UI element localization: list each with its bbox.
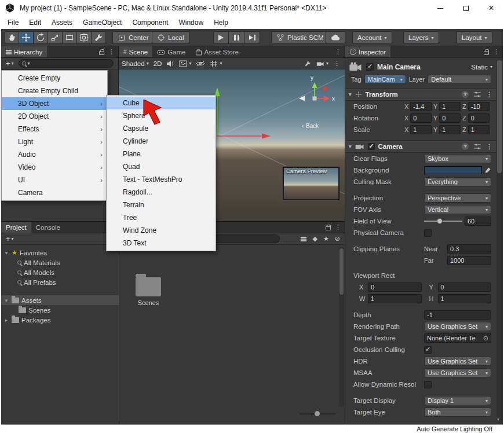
scale-tool-button[interactable] <box>48 31 63 44</box>
occlusion-culling-checkbox[interactable] <box>424 346 432 354</box>
more-menu-icon[interactable]: ⋮ <box>486 144 492 150</box>
depth-field[interactable]: -1 <box>424 310 491 320</box>
more-menu-icon[interactable]: ⋮ <box>335 224 341 230</box>
menu-item-3d-text[interactable]: 3D Text <box>107 237 216 249</box>
inspector-scrollbar[interactable]: ▾ <box>496 59 502 423</box>
rotation-y-field[interactable]: 0 <box>439 113 461 123</box>
foldout-open-icon[interactable]: ▾ <box>349 144 352 149</box>
pivot-toggle-button[interactable]: Center <box>112 31 154 44</box>
hdr-dropdown[interactable]: Use Graphics Set▾ <box>424 357 491 366</box>
custom-tool-button[interactable] <box>92 31 106 44</box>
tab-asset-store[interactable]: Asset Store <box>191 46 243 57</box>
menu-item-ragdoll[interactable]: Ragdoll... <box>107 186 216 199</box>
camera-settings-dropdown[interactable]: ▾ <box>316 61 328 67</box>
menu-item-tree[interactable]: Tree <box>107 211 216 224</box>
scrollbar-thumb[interactable] <box>339 248 344 295</box>
shading-mode-dropdown[interactable]: Shaded▾ <box>122 60 149 67</box>
scene-more-icon[interactable]: ⋮ <box>334 60 340 67</box>
culling-mask-dropdown[interactable]: Everything▾ <box>424 177 491 186</box>
slider-thumb[interactable] <box>315 411 320 416</box>
lock-icon[interactable] <box>99 51 104 55</box>
scale-y-field[interactable]: 1 <box>439 125 461 134</box>
foldout-open-icon[interactable]: ▾ <box>349 91 352 97</box>
create-asset-button[interactable]: +▾ <box>3 234 16 243</box>
minimize-button[interactable] <box>428 0 453 16</box>
object-picker-icon[interactable]: ⊙ <box>483 335 488 342</box>
tab-console[interactable]: Console <box>31 222 65 233</box>
layer-dropdown[interactable]: Default▾ <box>428 75 491 84</box>
menu-item-wind-zone[interactable]: Wind Zone <box>107 224 216 237</box>
fov-slider[interactable] <box>424 216 462 226</box>
menu-item-effects[interactable]: Effects› <box>2 123 107 135</box>
menu-item-light[interactable]: Light› <box>2 135 107 148</box>
physical-camera-checkbox[interactable] <box>424 229 432 237</box>
pause-button[interactable] <box>229 31 244 44</box>
save-search-star-icon[interactable]: ★ <box>323 235 329 243</box>
msaa-dropdown[interactable]: Use Graphics Set▾ <box>424 368 491 377</box>
rendering-path-dropdown[interactable]: Use Graphics Set▾ <box>424 322 491 331</box>
audio-toggle[interactable] <box>166 60 174 67</box>
dynamic-resolution-checkbox[interactable] <box>424 381 432 388</box>
menu-item-3d-object[interactable]: 3D Object› <box>2 97 107 110</box>
foldout-open-icon[interactable]: ▾ <box>3 298 9 303</box>
tree-item-assets[interactable]: ▾Assets <box>1 295 119 305</box>
rotate-tool-button[interactable] <box>34 31 48 44</box>
hand-tool-button[interactable] <box>5 31 19 44</box>
menu-item-camera[interactable]: Camera <box>2 186 107 199</box>
rotation-x-field[interactable]: 0 <box>410 113 432 123</box>
viewport-y-field[interactable]: 0 <box>438 282 492 292</box>
tree-item-packages[interactable]: ▸Packages <box>1 315 119 325</box>
menu-item-ui[interactable]: UI› <box>2 174 107 186</box>
auto-generate-lighting-status[interactable]: Auto Generate Lighting Off <box>417 425 492 432</box>
menu-item-plane[interactable]: Plane <box>107 148 216 160</box>
menu-component[interactable]: Component <box>127 16 173 29</box>
scroll-down-arrow-icon[interactable]: ▾ <box>497 417 499 422</box>
plastic-scm-button[interactable]: Plastic SCM <box>271 31 329 44</box>
tree-item-all-prefabs[interactable]: All Prefabs <box>1 277 119 287</box>
viewport-h-field[interactable]: 1 <box>438 294 492 303</box>
asset-item-scenes[interactable]: Scenes <box>130 277 166 306</box>
more-menu-icon[interactable]: ⋮ <box>108 49 115 55</box>
menu-assets[interactable]: Assets <box>46 16 78 29</box>
menu-item-create-empty[interactable]: Create Empty <box>2 72 107 85</box>
tree-item-all-materials[interactable]: All Materials <box>1 258 119 267</box>
tab-game[interactable]: Game <box>152 46 190 57</box>
layers-dropdown[interactable]: Layers▾ <box>403 31 439 44</box>
menu-item-2d-object[interactable]: 2D Object› <box>2 110 107 123</box>
foldout-open-icon[interactable]: ▾ <box>3 250 9 256</box>
camera-component-header[interactable]: ▾ Camera ?⋮ <box>345 140 496 153</box>
camera-enabled-checkbox[interactable] <box>368 143 375 150</box>
scale-z-field[interactable]: 1 <box>468 125 490 134</box>
more-menu-icon[interactable]: ⋮ <box>486 91 492 98</box>
menu-edit[interactable]: Edit <box>24 16 46 29</box>
menu-item-text-textmeshpro[interactable]: Text - TextMeshPro <box>107 173 216 186</box>
slider-thumb[interactable] <box>437 218 443 224</box>
eyedropper-icon[interactable] <box>484 167 491 174</box>
transform-component-header[interactable]: ▾ Transform ?⋮ <box>345 88 496 101</box>
thumbnail-size-slider[interactable] <box>300 410 335 417</box>
background-color-swatch[interactable] <box>424 166 482 174</box>
fov-axis-dropdown[interactable]: Vertical▾ <box>424 205 491 214</box>
tab-project[interactable]: Project <box>1 222 31 233</box>
menu-help[interactable]: Help <box>209 16 233 29</box>
rect-tool-button[interactable] <box>63 31 77 44</box>
scene-visibility-toggle[interactable] <box>196 61 205 67</box>
menu-item-create-empty-child[interactable]: Create Empty Child <box>2 85 107 97</box>
gizmo-back-chevron[interactable]: ‹ <box>302 123 304 129</box>
menu-item-quad[interactable]: Quad <box>107 160 216 173</box>
rotation-z-field[interactable]: 0 <box>468 113 490 123</box>
tool-settings-button[interactable] <box>304 60 311 67</box>
create-object-button[interactable]: +▾ <box>3 59 16 68</box>
clear-flags-dropdown[interactable]: Skybox▾ <box>424 154 491 163</box>
position-x-field[interactable]: -1.4 <box>410 102 432 111</box>
presets-icon[interactable] <box>473 143 481 150</box>
menu-window[interactable]: Window <box>173 16 209 29</box>
hidden-packages-icon[interactable]: ⊘ <box>335 235 340 243</box>
hierarchy-search-input[interactable]: ▾ <box>19 59 114 68</box>
help-icon[interactable]: ? <box>462 91 469 98</box>
move-tool-button[interactable] <box>19 31 34 44</box>
static-dropdown[interactable]: Static▾ <box>471 64 492 71</box>
target-display-dropdown[interactable]: Display 1▾ <box>424 396 491 405</box>
play-button[interactable] <box>213 31 229 44</box>
search-by-label-icon[interactable]: ◆ <box>312 235 317 243</box>
